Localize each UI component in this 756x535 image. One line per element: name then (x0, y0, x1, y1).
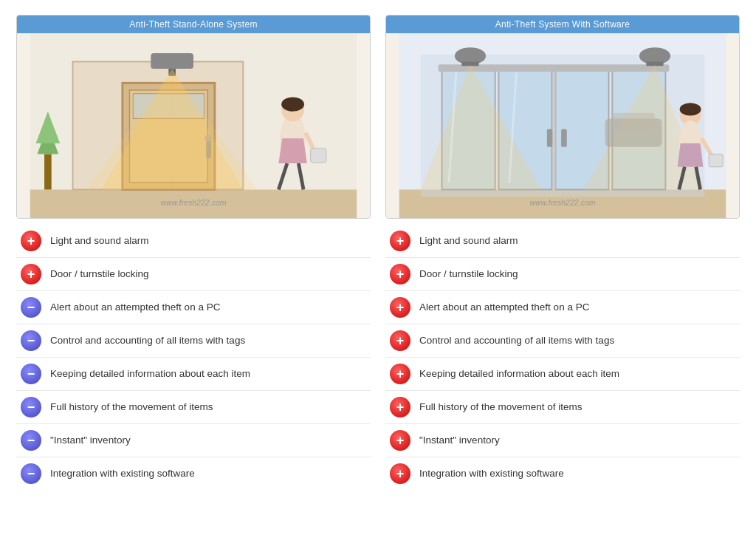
feature-text: Light and sound alarm (419, 234, 518, 248)
image-box-standalone: Anti-Theft Stand-Alone System www.fresh2… (16, 15, 371, 219)
svg-rect-23 (311, 149, 326, 163)
svg-rect-35 (553, 69, 556, 189)
feature-text: "Instant" inventory (50, 434, 131, 447)
svg-rect-54 (709, 154, 723, 166)
feature-list-standalone: +Light and sound alarm+Door / turnstile … (16, 225, 371, 490)
plus-icon: + (21, 231, 41, 251)
image-box-software: Anti-Theft System With Software www.fres… (385, 15, 740, 219)
list-item: +Door / turnstile locking (385, 258, 740, 291)
svg-rect-2 (44, 154, 52, 189)
column-title-standalone: Anti-Theft Stand-Alone System (17, 16, 370, 33)
feature-text: Full history of the movement of items (50, 401, 213, 414)
column-title-software: Anti-Theft System With Software (386, 16, 739, 33)
svg-marker-24 (278, 138, 306, 163)
list-item: −Alert about an attempted theft on a PC (16, 291, 371, 324)
plus-icon: + (390, 297, 410, 318)
svg-rect-12 (151, 53, 193, 69)
feature-text: Keeping detailed information about each … (50, 367, 250, 381)
feature-text: Keeping detailed information about each … (419, 367, 619, 381)
feature-list-software: +Light and sound alarm+Door / turnstile … (385, 225, 740, 490)
minus-icon: − (21, 364, 41, 384)
feature-text: Control and accounting of all items with… (419, 334, 614, 347)
list-item: +Full history of the movement of items (385, 391, 740, 424)
list-item: −Control and accounting of all items wit… (16, 324, 371, 358)
minus-icon: − (21, 463, 41, 484)
svg-rect-34 (561, 129, 567, 147)
feature-text: "Instant" inventory (419, 434, 500, 447)
list-item: +Integration with existing software (385, 457, 740, 490)
plus-icon: + (390, 430, 410, 451)
plus-icon: + (390, 364, 410, 384)
svg-marker-50 (678, 143, 704, 167)
list-item: +Keeping detailed information about each… (385, 358, 740, 391)
list-item: −Full history of the movement of items (16, 391, 371, 424)
image-area-standalone: www.fresh222.com (17, 33, 370, 218)
feature-text: Control and accounting of all items with… (50, 334, 245, 347)
column-standalone: Anti-Theft Stand-Alone System www.fresh2… (16, 15, 371, 490)
svg-rect-33 (547, 129, 553, 147)
image-area-software: www.fresh222.com (386, 33, 739, 218)
plus-icon: + (390, 330, 410, 351)
list-item: +Light and sound alarm (16, 225, 371, 258)
feature-text: Alert about an attempted theft on a PC (50, 301, 220, 314)
column-software: Anti-Theft System With Software www.fres… (385, 15, 740, 490)
svg-point-48 (680, 103, 701, 115)
svg-point-19 (281, 98, 304, 112)
list-item: −Keeping detailed information about each… (16, 358, 371, 391)
feature-text: Door / turnstile locking (50, 268, 149, 281)
svg-rect-46 (612, 113, 655, 131)
plus-icon: + (390, 231, 410, 251)
feature-text: Door / turnstile locking (419, 268, 518, 281)
feature-text: Light and sound alarm (50, 234, 149, 248)
list-item: +Alert about an attempted theft on a PC (385, 291, 740, 324)
minus-icon: − (21, 430, 41, 451)
minus-icon: − (21, 397, 41, 418)
list-item: +Light and sound alarm (385, 225, 740, 258)
feature-text: Alert about an attempted theft on a PC (419, 301, 589, 314)
plus-icon: + (21, 264, 41, 284)
plus-icon: + (390, 463, 410, 484)
svg-text:www.fresh222.com: www.fresh222.com (160, 198, 226, 207)
minus-icon: − (21, 330, 41, 351)
minus-icon: − (21, 297, 41, 318)
feature-text: Integration with existing software (419, 467, 564, 480)
list-item: +Control and accounting of all items wit… (385, 324, 740, 358)
plus-icon: + (390, 397, 410, 418)
list-item: +"Instant" inventory (385, 424, 740, 457)
list-item: +Door / turnstile locking (16, 258, 371, 291)
list-item: −Integration with existing software (16, 457, 371, 490)
main-container: Anti-Theft Stand-Alone System www.fresh2… (16, 15, 740, 490)
list-item: −"Instant" inventory (16, 424, 371, 457)
plus-icon: + (390, 264, 410, 284)
feature-text: Integration with existing software (50, 467, 195, 480)
svg-text:www.fresh222.com: www.fresh222.com (529, 198, 595, 207)
feature-text: Full history of the movement of items (419, 401, 583, 414)
